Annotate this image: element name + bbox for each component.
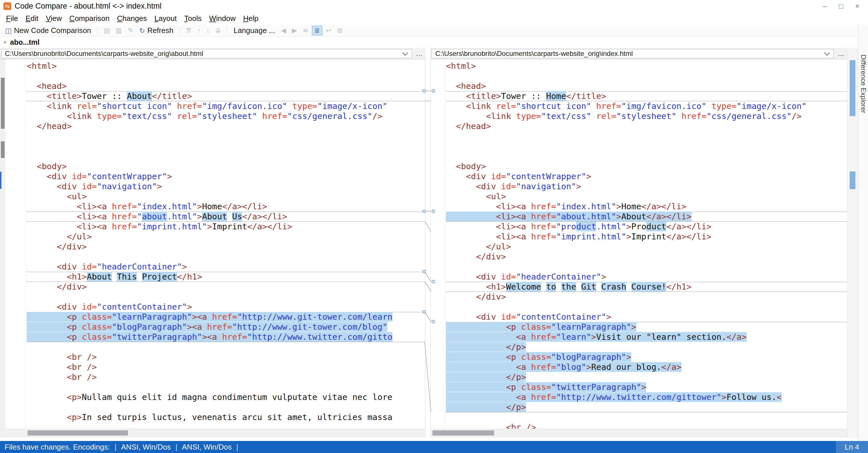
code-line[interactable] xyxy=(27,151,425,161)
path-combobox-right[interactable]: C:\Users\brunobrito\Documents\carparts-w… xyxy=(432,49,834,58)
code-line[interactable] xyxy=(446,71,847,81)
menu-item-edit[interactable]: Edit xyxy=(22,14,42,23)
code-line[interactable]: <br /> xyxy=(27,352,425,362)
menu-item-layout[interactable]: Layout xyxy=(151,14,181,23)
code-line[interactable] xyxy=(27,71,425,81)
code-line[interactable]: <a href="learn">Visit our "learn" sectio… xyxy=(446,332,847,342)
code-line[interactable] xyxy=(446,131,847,141)
code-line[interactable]: <link rel="shortcut icon" href="img/favi… xyxy=(27,101,425,111)
code-line[interactable]: <li><a href="product.html">Product</a></… xyxy=(446,222,847,232)
code-line[interactable] xyxy=(446,412,847,422)
code-line[interactable]: <li><a href="imprint.html">Imprint</a></… xyxy=(27,222,425,232)
code-line[interactable]: <head> xyxy=(27,81,425,91)
show-differences-icon[interactable]: ≣ xyxy=(312,26,322,35)
code-line[interactable] xyxy=(27,131,425,141)
copy-to-right-icon[interactable]: ▶ xyxy=(290,26,299,35)
code-line[interactable]: </div> xyxy=(27,282,425,292)
code-line[interactable] xyxy=(27,382,425,392)
code-line[interactable]: <div id="contentWrapper"> xyxy=(27,171,425,182)
code-line[interactable]: <h1>Welcome to the Git Crash Course!</h1… xyxy=(446,282,847,292)
last-difference-icon[interactable]: ⇊ xyxy=(214,26,223,35)
scrollbar-thumb[interactable] xyxy=(28,430,128,435)
code-line[interactable]: <div id="contentWrapper"> xyxy=(446,171,847,182)
code-line[interactable]: <p class="blogParagraph"><a href="http:/… xyxy=(27,322,425,332)
code-line[interactable]: <div id="navigation"> xyxy=(446,182,847,192)
refresh-button[interactable]: ↻ Refresh xyxy=(137,26,176,36)
ignore-whitespace-icon[interactable]: ≋ xyxy=(301,26,310,35)
code-line[interactable]: <p class="learnParagraph"> xyxy=(446,322,847,332)
language-menu[interactable]: Language ... xyxy=(231,26,277,36)
code-line[interactable]: <p>Nullam quis elit id magna condimentum… xyxy=(27,392,425,402)
code-line[interactable]: </p> xyxy=(446,342,847,352)
code-line[interactable] xyxy=(27,342,425,352)
code-line[interactable]: <a href="blog">Read our blog.</a> xyxy=(446,362,847,372)
menu-item-view[interactable]: View xyxy=(42,14,66,23)
word-wrap-icon[interactable]: ↩ xyxy=(324,26,334,35)
code-line[interactable]: <html> xyxy=(27,61,425,71)
code-line[interactable]: <li><a href="index.html">Home</a></li> xyxy=(27,201,425,212)
code-line[interactable]: <head> xyxy=(446,81,847,91)
code-line[interactable]: </p> xyxy=(446,402,847,412)
code-line[interactable]: <html> xyxy=(446,61,847,71)
code-line[interactable]: <body> xyxy=(27,161,425,171)
code-line[interactable]: <link type="text/css" rel="stylesheet" h… xyxy=(27,111,425,121)
code-line[interactable]: </ul> xyxy=(446,242,847,252)
menu-item-changes[interactable]: Changes xyxy=(113,14,151,23)
hscrollbar-left[interactable] xyxy=(0,429,425,437)
code-line[interactable]: <ul> xyxy=(27,192,425,201)
code-editor-right[interactable]: <html> <head> <title>Tower :: Home</titl… xyxy=(430,59,847,429)
code-line[interactable]: <a href="http://www.twitter.com/gittower… xyxy=(446,392,847,402)
structure-view-icon[interactable]: ⊞ xyxy=(335,26,345,35)
copy-to-left-icon[interactable]: ◀ xyxy=(279,26,288,35)
code-line[interactable]: <body> xyxy=(446,161,847,171)
document-tab[interactable]: abo...tml xyxy=(10,38,40,46)
new-code-comparison-button[interactable]: ◫ New Code Comparison xyxy=(3,26,93,36)
save-all-icon[interactable]: ▥ xyxy=(114,26,124,35)
browse-button-right[interactable]: … xyxy=(836,49,846,58)
code-line[interactable]: </ul> xyxy=(27,232,425,242)
first-difference-icon[interactable]: ⇈ xyxy=(184,26,193,35)
browse-button-left[interactable]: … xyxy=(414,49,424,58)
hscrollbar-right[interactable] xyxy=(430,429,847,437)
code-line[interactable]: <p class="twitterParagraph"><a href="htt… xyxy=(27,332,425,342)
edit-file-icon[interactable]: ✎ xyxy=(126,26,135,35)
code-line[interactable]: </div> xyxy=(27,242,425,252)
path-combobox-left[interactable]: C:\Users\brunobrito\Documents\carparts-w… xyxy=(1,49,412,58)
code-line[interactable]: <li><a href="index.html">Home</a></li> xyxy=(446,201,847,212)
code-line[interactable] xyxy=(27,141,425,151)
code-line[interactable]: <div id="contentContainer"> xyxy=(27,302,425,312)
code-line[interactable]: <br /> xyxy=(446,422,847,429)
menu-item-help[interactable]: Help xyxy=(239,14,262,23)
menu-item-window[interactable]: Window xyxy=(206,14,239,23)
next-difference-icon[interactable]: ↓ xyxy=(204,26,212,35)
previous-difference-icon[interactable]: ↑ xyxy=(195,26,203,35)
code-line[interactable]: <li><a href="about.html">About Us</a></l… xyxy=(27,212,425,222)
code-line[interactable] xyxy=(27,252,425,262)
maximize-button[interactable]: □ xyxy=(839,2,843,10)
code-line[interactable]: </div> xyxy=(446,292,847,302)
code-line[interactable] xyxy=(27,292,425,302)
code-line[interactable] xyxy=(446,302,847,312)
code-line[interactable]: <br /> xyxy=(27,362,425,372)
menu-item-file[interactable]: File xyxy=(2,14,22,23)
code-line[interactable]: <li><a href="about.html">About</a></li> xyxy=(446,212,847,222)
code-line[interactable] xyxy=(446,262,847,272)
code-line[interactable]: <title>Tower :: Home</title> xyxy=(446,91,847,101)
code-line[interactable] xyxy=(446,151,847,161)
minimize-button[interactable]: – xyxy=(823,2,827,10)
difference-explorer-tab[interactable]: Difference Explorer xyxy=(859,55,867,113)
menu-item-comparison[interactable]: Comparison xyxy=(66,14,113,23)
code-line[interactable]: <link rel="shortcut icon" href="img/favi… xyxy=(446,101,847,111)
code-line[interactable]: <div id="headerContainer"> xyxy=(27,262,425,272)
code-line[interactable] xyxy=(27,402,425,412)
menu-item-tools[interactable]: Tools xyxy=(181,14,206,23)
code-editor-left[interactable]: <html> <head> <title>Tower :: About</tit… xyxy=(0,59,425,429)
difference-map[interactable] xyxy=(847,48,858,438)
code-line[interactable]: <div id="navigation"> xyxy=(27,182,425,192)
change-minimap[interactable] xyxy=(0,59,6,429)
scrollbar-thumb[interactable] xyxy=(432,430,494,435)
code-line[interactable] xyxy=(446,141,847,151)
code-line[interactable]: <div id="headerContainer"> xyxy=(446,272,847,282)
code-line[interactable]: <p class="blogParagraph"> xyxy=(446,352,847,362)
close-button[interactable]: × xyxy=(855,2,859,10)
